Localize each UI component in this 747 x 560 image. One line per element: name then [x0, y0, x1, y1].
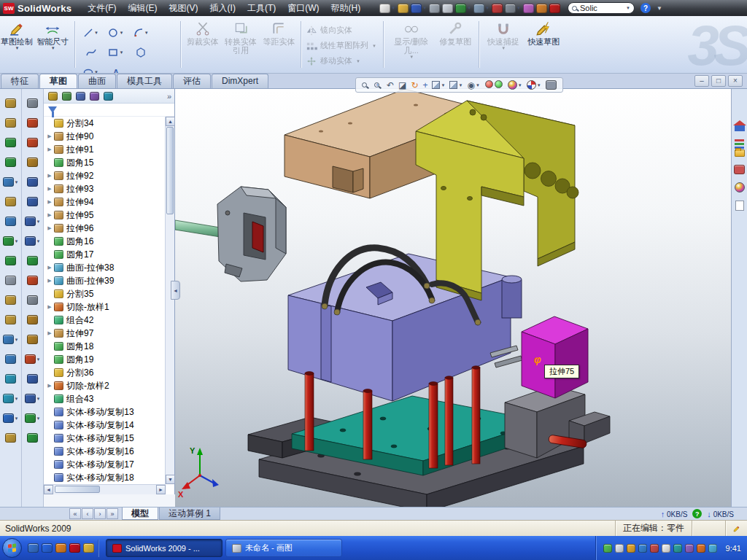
- design-library-tab[interactable]: [735, 139, 744, 141]
- record-button[interactable]: [549, 1, 560, 15]
- nav-prev-icon[interactable]: ‹: [82, 508, 93, 519]
- tree-item-26[interactable]: 实体-移动/复制16: [44, 445, 166, 458]
- search-input[interactable]: Solic: [580, 4, 625, 12]
- tray-icon-4-button[interactable]: [638, 544, 647, 553]
- nav-first-icon[interactable]: «: [69, 508, 81, 519]
- appearance-button[interactable]: [523, 1, 534, 15]
- instant3d-button[interactable]: [0, 428, 22, 448]
- arc-tool-button[interactable]: ▼: [130, 23, 152, 42]
- sheet-tab-2[interactable]: 运动算例 1: [159, 508, 220, 520]
- reference-geometry-button[interactable]: ▼: [0, 389, 22, 408]
- toolbar-collapse-icon[interactable]: ▼: [657, 5, 662, 12]
- sketch-button[interactable]: [22, 113, 44, 133]
- point-button[interactable]: [22, 271, 44, 290]
- section-view-button[interactable]: ◪: [397, 78, 408, 92]
- display-delete-relations-button[interactable]: 显示/删除几... ▼: [389, 18, 434, 71]
- tree-item-13[interactable]: ▶曲面-拉伸39: [44, 274, 166, 287]
- part-clamp-bracket[interactable]: [416, 101, 578, 300]
- dropdown-icon[interactable]: ▼: [15, 239, 19, 244]
- tray-icon-10-button[interactable]: [708, 544, 717, 553]
- feature-manager-icon[interactable]: [48, 92, 58, 101]
- redo-button[interactable]: ▼: [473, 1, 489, 15]
- circular-pattern-button[interactable]: [0, 349, 22, 369]
- dropdown-icon[interactable]: ▼: [15, 397, 19, 401]
- sketch-button[interactable]: 草图绘制 ▼: [0, 18, 34, 71]
- menu-item-3[interactable]: 视图(V): [163, 0, 204, 17]
- linear-sketch-pattern-button[interactable]: 线性草图阵列 ▼: [306, 38, 379, 53]
- move-entities-button[interactable]: ▼: [22, 408, 44, 428]
- scroll-down-icon[interactable]: ▼: [166, 475, 175, 484]
- doc-close-button[interactable]: ×: [728, 75, 743, 87]
- tree-item-23[interactable]: 实体-移动/复制13: [44, 405, 166, 419]
- internet-explorer-button[interactable]: [42, 543, 53, 553]
- chamfer-button[interactable]: [0, 251, 22, 271]
- polygon-tool-button[interactable]: [130, 42, 152, 62]
- menu-item-2[interactable]: 编辑(E): [123, 0, 163, 17]
- options-button[interactable]: ▼: [505, 1, 521, 15]
- tree-item-6[interactable]: ▶拉伸93: [44, 182, 166, 195]
- tree-vertical-scrollbar[interactable]: ▲ ▼: [165, 117, 174, 484]
- expand-icon[interactable]: ▶: [46, 199, 53, 205]
- command-tab-1[interactable]: 特征: [1, 74, 39, 88]
- dropdown-icon[interactable]: ▼: [36, 239, 41, 244]
- tree-item-2[interactable]: ▶拉伸90: [44, 130, 166, 143]
- expand-icon[interactable]: ▶: [46, 265, 53, 271]
- dropdown-icon[interactable]: ▼: [36, 416, 41, 421]
- scroll-left-icon[interactable]: ◄: [44, 485, 53, 494]
- spline-tool-button[interactable]: [80, 42, 102, 62]
- open-button[interactable]: [398, 1, 409, 15]
- appearances-button[interactable]: ▼: [506, 78, 524, 92]
- toolbox-button[interactable]: [536, 1, 547, 15]
- line-tool-button[interactable]: ▼: [80, 23, 102, 42]
- tree-item-1[interactable]: 分割34: [44, 117, 166, 130]
- rectangle-button[interactable]: [22, 192, 44, 211]
- tray-icon-1-button[interactable]: [603, 544, 612, 553]
- nav-last-icon[interactable]: »: [107, 508, 118, 519]
- configuration-manager-icon[interactable]: [76, 92, 85, 101]
- my-documents-button[interactable]: [83, 543, 94, 553]
- revolved-boss-button[interactable]: [0, 113, 22, 133]
- extruded-cut-button[interactable]: ▼: [0, 172, 22, 192]
- sheet-tab-1[interactable]: 模型: [122, 508, 158, 520]
- rotate-view-button[interactable]: ↻: [409, 78, 419, 92]
- dropdown-icon[interactable]: ▼: [15, 416, 19, 421]
- show-desktop-button[interactable]: [28, 543, 39, 553]
- expand-icon[interactable]: ▶: [46, 330, 53, 336]
- command-tab-2[interactable]: 草图: [39, 74, 77, 88]
- line-button[interactable]: [22, 172, 44, 192]
- zoom-to-fit-button[interactable]: [360, 78, 371, 92]
- smart-dimension-button[interactable]: [22, 152, 44, 172]
- lofted-boss-button[interactable]: [0, 152, 22, 172]
- tree-item-27[interactable]: 实体-移动/复制17: [44, 458, 166, 471]
- rapid-sketch-button[interactable]: 快速草图: [525, 18, 562, 71]
- tree-item-11[interactable]: 圆角17: [44, 248, 166, 261]
- smart-dimension-dropdown-icon[interactable]: ▼: [51, 46, 55, 50]
- sketch-pattern-button[interactable]: ▼: [22, 389, 44, 408]
- tree-item-21[interactable]: ▶切除-放样2: [44, 379, 166, 392]
- dropdown-icon[interactable]: ▼: [537, 83, 541, 88]
- tray-icon-8-button[interactable]: [685, 544, 694, 553]
- previous-view-button[interactable]: ↶: [385, 78, 395, 92]
- linear-pattern-button[interactable]: ▼: [0, 330, 22, 349]
- revolved-cut-button[interactable]: [0, 211, 22, 231]
- repair-sketch-button[interactable]: 修复草图: [436, 18, 474, 71]
- tray-icon-9-button[interactable]: [697, 544, 705, 553]
- display-style-button[interactable]: ▼: [448, 78, 464, 92]
- search-box[interactable]: Solic ▼: [568, 2, 635, 14]
- tree-item-15[interactable]: ▶切除-放样1: [44, 300, 166, 314]
- dropdown-icon[interactable]: ▼: [476, 83, 480, 88]
- scroll-up-icon[interactable]: ▲: [166, 117, 175, 126]
- select-button[interactable]: [22, 93, 44, 113]
- expand-icon[interactable]: ▶: [46, 186, 53, 192]
- quick-snaps-button[interactable]: 快速捕捉 ▼: [484, 18, 522, 71]
- tree-item-24[interactable]: 实体-移动/复制14: [44, 419, 166, 432]
- tree-item-25[interactable]: 实体-移动/复制15: [44, 432, 166, 445]
- pan-button[interactable]: +: [421, 78, 429, 92]
- print-preview-button[interactable]: [442, 1, 453, 15]
- circle-button[interactable]: ▼: [22, 211, 44, 231]
- tray-icon-5-button[interactable]: [650, 544, 659, 553]
- tree-item-19[interactable]: 圆角19: [44, 353, 166, 366]
- realview-button[interactable]: [483, 78, 505, 92]
- undo-button[interactable]: ▼: [455, 1, 471, 15]
- rectangle-tool-button[interactable]: ▼: [104, 42, 127, 62]
